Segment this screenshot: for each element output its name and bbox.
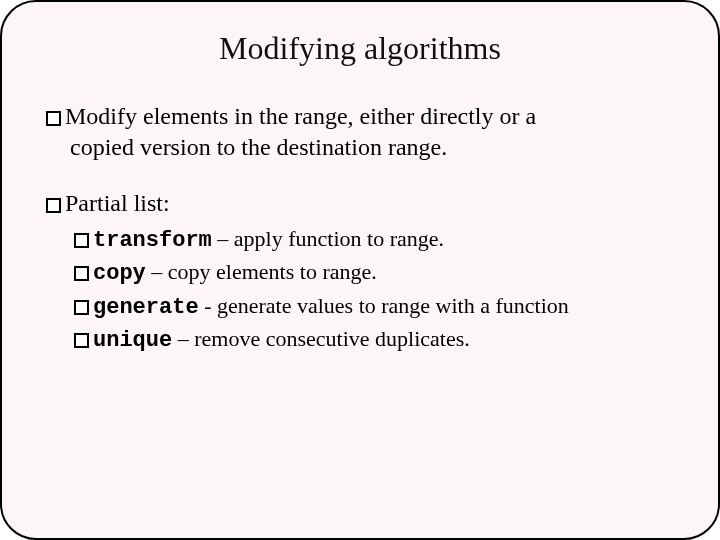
text-partial-list: Partial list: bbox=[65, 190, 170, 216]
square-bullet-icon bbox=[74, 300, 89, 315]
square-bullet-icon bbox=[46, 111, 61, 126]
desc: remove consecutive duplicates. bbox=[194, 326, 470, 351]
bullet-partial-list: Partial list: bbox=[46, 188, 674, 219]
list-item: generate - generate values to range with… bbox=[74, 290, 674, 323]
square-bullet-icon bbox=[74, 333, 89, 348]
slide-title: Modifying algorithms bbox=[46, 30, 674, 67]
sep: – bbox=[146, 259, 168, 284]
code-name: transform bbox=[93, 228, 212, 253]
code-name: unique bbox=[93, 328, 172, 353]
bullet-modify-description: Modify elements in the range, either dir… bbox=[46, 101, 674, 162]
square-bullet-icon bbox=[74, 233, 89, 248]
list-item: unique – remove consecutive duplicates. bbox=[74, 323, 674, 356]
slide-frame: Modifying algorithms Modify elements in … bbox=[0, 0, 720, 540]
sub-list: transform – apply function to range. cop… bbox=[74, 223, 674, 356]
code-name: copy bbox=[93, 261, 146, 286]
sep: – bbox=[172, 326, 194, 351]
desc: copy elements to range. bbox=[168, 259, 377, 284]
desc: generate values to range with a function bbox=[217, 293, 569, 318]
sep: – bbox=[212, 226, 234, 251]
text-line-2: copied version to the destination range. bbox=[70, 132, 674, 163]
square-bullet-icon bbox=[46, 198, 61, 213]
list-item: copy – copy elements to range. bbox=[74, 256, 674, 289]
square-bullet-icon bbox=[74, 266, 89, 281]
code-name: generate bbox=[93, 295, 199, 320]
text-line-1: Modify elements in the range, either dir… bbox=[65, 103, 536, 129]
sep: - bbox=[199, 293, 217, 318]
list-item: transform – apply function to range. bbox=[74, 223, 674, 256]
desc: apply function to range. bbox=[234, 226, 444, 251]
